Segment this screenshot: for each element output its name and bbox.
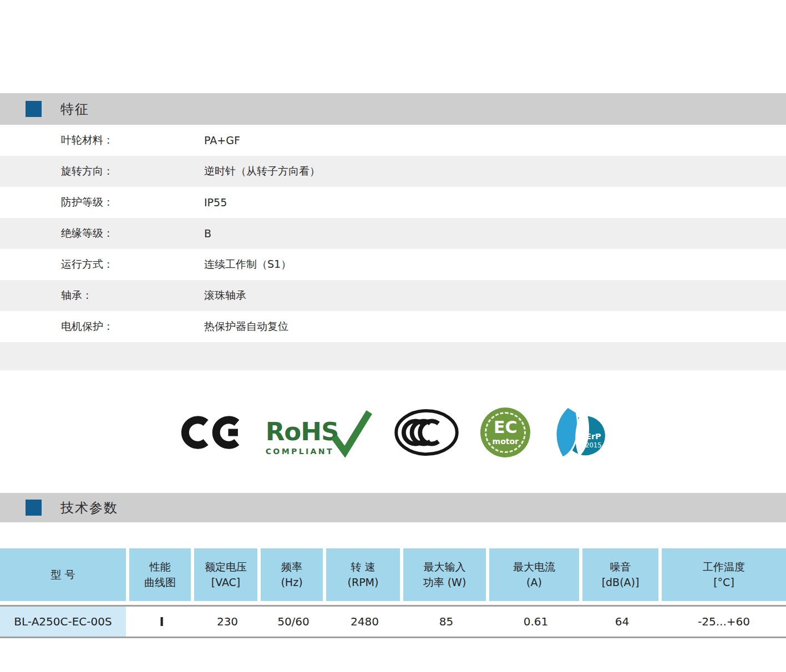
cell-speed: 2480 [326, 607, 403, 637]
col-header-line: 最大输入 [424, 559, 466, 575]
col-header-line: 功率 (W) [423, 575, 466, 590]
feature-label: 电机保护： [61, 319, 204, 334]
features-section-title: 特征 [60, 100, 89, 118]
table-row: BL-A250C-EC-00S I 230 50/60 2480 85 0.61… [0, 607, 786, 637]
cell-frequency: 50/60 [261, 607, 326, 637]
certification-logos: RoHS COMPLIANT EC motor [0, 403, 786, 461]
rohs-compliant-logo: RoHS COMPLIANT [266, 408, 373, 457]
col-header-frequency: 频率 (Hz) [261, 548, 326, 601]
feature-label: 旋转方向： [61, 164, 204, 179]
col-header-model: 型 号 [0, 548, 129, 601]
feature-value: 逆时针（从转子方向看） [204, 164, 320, 179]
cell-performance-curve: I [129, 607, 194, 637]
tech-section-header: 技术参数 [0, 493, 786, 522]
col-header-performance-curve: 性能 曲线图 [129, 548, 194, 601]
feature-value: IP55 [204, 196, 227, 208]
feature-label: 防护等级： [61, 195, 204, 210]
col-header-noise: 噪音 [dB(A)] [582, 548, 662, 601]
section-marker-square [26, 500, 42, 516]
rohs-title: RoHS [266, 421, 339, 444]
col-header-line: 额定电压 [205, 559, 247, 575]
col-header-line: (Hz) [281, 575, 302, 590]
tech-section-title: 技术参数 [60, 499, 118, 517]
cell-operating-temp: -25...+60 [662, 607, 786, 637]
cell-max-input-power: 85 [403, 607, 489, 637]
cell-model: BL-A250C-EC-00S [0, 607, 129, 637]
spec-table: 型 号 性能 曲线图 额定电压 [VAC] 频率 (Hz) 转 速 (RPM) … [0, 548, 786, 638]
feature-value: 滚珠轴承 [204, 288, 246, 303]
rohs-subtitle: COMPLIANT [266, 447, 339, 456]
rohs-text-block: RoHS COMPLIANT [266, 421, 339, 456]
col-header-line: 曲线图 [144, 575, 176, 590]
table-rule-line [0, 637, 786, 638]
features-list: 叶轮材料： PA+GF 旋转方向： 逆时针（从转子方向看） 防护等级： IP55… [0, 125, 786, 370]
col-header-line: 转 速 [351, 559, 375, 575]
erp-2015-logo: ErP 2015 [550, 406, 606, 459]
cell-max-current: 0.61 [489, 607, 582, 637]
erp-leaf-icon: ErP 2015 [550, 406, 606, 459]
feature-row-protection-class: 防护等级： IP55 [0, 187, 786, 218]
datasheet-page: 特征 叶轮材料： PA+GF 旋转方向： 逆时针（从转子方向看） 防护等级： I… [0, 0, 786, 672]
col-header-line: 型 号 [50, 567, 75, 583]
feature-value: 连续工作制（S1） [204, 257, 291, 272]
col-header-line: 噪音 [610, 559, 631, 575]
ec-motor-logo: EC motor [480, 408, 530, 457]
features-section-header: 特征 [0, 93, 786, 125]
feature-row-impeller-material: 叶轮材料： PA+GF [0, 125, 786, 156]
col-header-max-current: 最大电流 (A) [489, 548, 582, 601]
col-header-line: 最大电流 [513, 559, 555, 575]
feature-label: 轴承： [61, 288, 204, 303]
feature-label: 运行方式： [61, 257, 204, 272]
erp-year-label: 2015 [585, 441, 601, 449]
ce-mark-logo [180, 414, 246, 451]
feature-label: 绝缘等级： [61, 226, 204, 241]
col-header-operating-temp: 工作温度 [°C] [662, 548, 786, 601]
col-header-line: [VAC] [211, 575, 241, 590]
feature-label: 叶轮材料： [61, 133, 204, 147]
col-header-line: (A) [526, 575, 542, 590]
feature-row-bearing: 轴承： 滚珠轴承 [0, 280, 786, 311]
section-marker-square [26, 101, 42, 117]
feature-value: PA+GF [204, 134, 240, 146]
spec-table-header-row: 型 号 性能 曲线图 额定电压 [VAC] 频率 (Hz) 转 速 (RPM) … [0, 548, 786, 601]
feature-row-insulation-class: 绝缘等级： B [0, 218, 786, 249]
col-header-line: 频率 [281, 559, 302, 575]
col-header-rated-voltage: 额定电压 [VAC] [194, 548, 261, 601]
col-header-line: [dB(A)] [602, 575, 640, 590]
col-header-speed: 转 速 (RPM) [326, 548, 403, 601]
col-header-max-input-power: 最大输入 功率 (W) [403, 548, 489, 601]
cell-noise: 64 [582, 607, 662, 637]
erp-label: ErP [586, 431, 601, 440]
col-header-line: (RPM) [348, 575, 379, 590]
feature-row-rotation-direction: 旋转方向： 逆时针（从转子方向看） [0, 156, 786, 187]
feature-row-operation-mode: 运行方式： 连续工作制（S1） [0, 249, 786, 280]
feature-value: B [204, 227, 211, 240]
col-header-line: 性能 [150, 559, 171, 575]
ccc-mark-icon [393, 408, 460, 457]
ec-dashed-ring [485, 412, 526, 453]
col-header-line: [°C] [713, 575, 734, 590]
feature-row-motor-protection: 电机保护： 热保护器自动复位 [0, 311, 786, 342]
checkmark-icon [329, 408, 373, 457]
ccc-mark-logo [393, 408, 460, 457]
ce-mark-icon [180, 414, 246, 451]
feature-value: 热保护器自动复位 [204, 319, 288, 334]
feature-row-empty [0, 342, 786, 370]
cell-rated-voltage: 230 [194, 607, 261, 637]
col-header-line: 工作温度 [703, 559, 745, 575]
